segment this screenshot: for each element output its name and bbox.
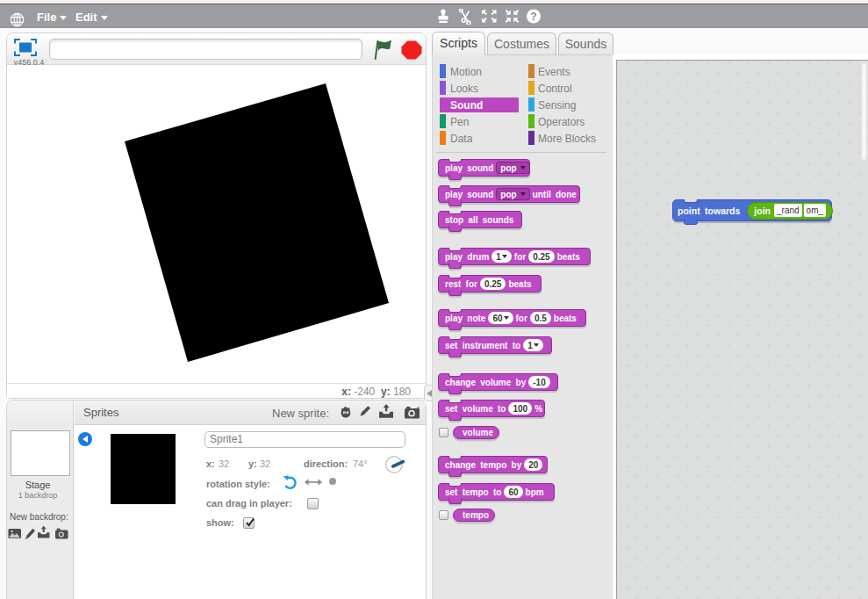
svg-text:?: ? — [530, 11, 536, 23]
